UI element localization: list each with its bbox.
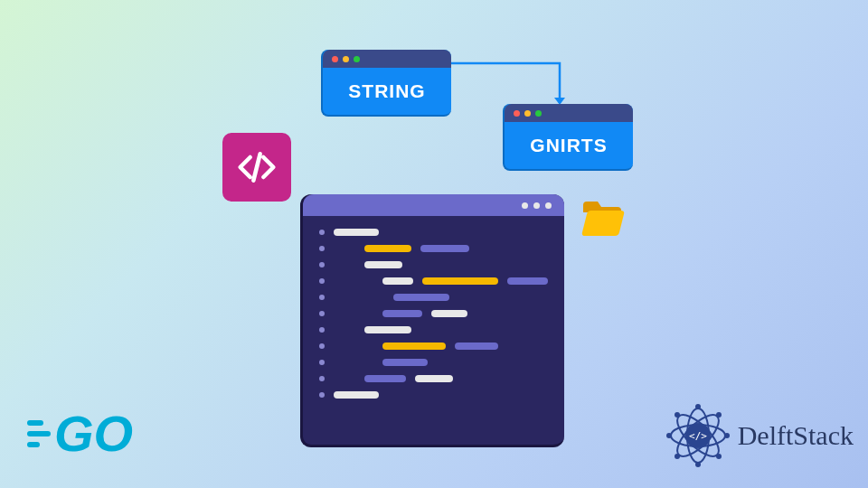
code-bar — [431, 310, 467, 317]
editor-dot-icon — [545, 202, 552, 209]
code-bar — [422, 277, 497, 285]
delftstack-logo: </> DelftStack — [665, 403, 854, 468]
code-line — [319, 294, 548, 301]
folder-icon — [581, 202, 625, 238]
editor-body — [303, 216, 564, 420]
line-bullet-icon — [319, 311, 325, 316]
code-bar — [382, 359, 428, 366]
svg-point-8 — [724, 433, 730, 438]
code-line — [319, 245, 548, 252]
code-bar — [382, 310, 422, 317]
code-line — [319, 261, 548, 268]
code-line — [319, 391, 548, 399]
line-bullet-icon — [319, 278, 325, 284]
line-bullet-icon — [319, 376, 325, 381]
line-bullet-icon — [319, 360, 325, 365]
code-tag-badge — [222, 133, 291, 202]
svg-point-7 — [716, 412, 722, 418]
go-speed-lines-icon — [27, 420, 51, 447]
line-bullet-icon — [319, 327, 325, 333]
code-bar — [382, 277, 413, 285]
traffic-light-min-icon — [524, 110, 531, 117]
line-bullet-icon — [319, 262, 325, 267]
code-brackets-icon — [237, 147, 277, 187]
svg-text:</>: </> — [689, 430, 707, 442]
code-bar — [455, 343, 498, 350]
window-string: STRING — [321, 50, 451, 117]
line-bullet-icon — [319, 246, 325, 251]
go-logo: GO — [27, 404, 154, 463]
code-line — [319, 359, 548, 366]
editor-titlebar — [303, 194, 564, 216]
delftstack-text: DelftStack — [738, 420, 854, 451]
code-line — [319, 343, 548, 350]
code-line — [319, 375, 548, 382]
traffic-light-close-icon — [514, 110, 520, 117]
line-bullet-icon — [319, 230, 325, 235]
svg-point-11 — [675, 454, 680, 459]
line-bullet-icon — [319, 392, 325, 398]
editor-dot-icon — [533, 202, 540, 209]
code-bar — [364, 375, 406, 382]
code-bar — [364, 261, 402, 268]
code-line — [319, 326, 548, 333]
traffic-light-max-icon — [354, 56, 360, 62]
line-bullet-icon — [319, 295, 325, 300]
traffic-light-max-icon — [535, 110, 542, 117]
line-bullet-icon — [319, 343, 325, 349]
window-gnirts-label: GNIRTS — [505, 122, 633, 169]
window-titlebar — [323, 50, 451, 68]
code-bar — [507, 277, 548, 285]
code-line — [319, 229, 548, 236]
code-bar — [334, 229, 379, 236]
svg-point-6 — [695, 404, 701, 409]
traffic-light-min-icon — [343, 56, 349, 62]
svg-point-12 — [666, 433, 672, 438]
svg-point-13 — [675, 412, 680, 418]
code-editor — [300, 194, 564, 447]
window-gnirts: GNIRTS — [503, 104, 633, 171]
code-bar — [364, 245, 411, 252]
code-bar — [415, 375, 453, 382]
go-logo-text: GO — [54, 404, 133, 463]
code-bar — [382, 343, 446, 350]
window-titlebar — [505, 104, 633, 122]
editor-dot-icon — [522, 202, 528, 209]
code-bar — [364, 326, 411, 333]
window-string-label: STRING — [323, 68, 451, 115]
traffic-light-close-icon — [332, 56, 338, 62]
code-bar — [393, 294, 449, 301]
svg-point-10 — [695, 462, 701, 467]
code-line — [319, 277, 548, 285]
svg-point-9 — [716, 454, 722, 459]
code-line — [319, 310, 548, 317]
code-bar — [420, 245, 469, 252]
code-bar — [334, 391, 379, 399]
delftstack-badge-icon: </> — [665, 403, 731, 468]
